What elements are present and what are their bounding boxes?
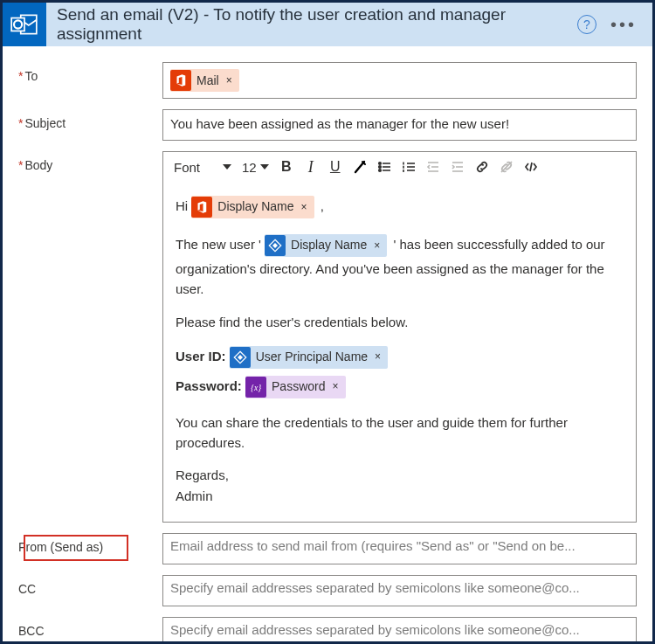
azure-ad-icon [265,235,286,256]
card-title: Send an email (V2) - To notify the user … [46,5,577,44]
user-id-label: User ID: [176,349,226,364]
chevron-down-icon [260,164,269,170]
token-remove-icon[interactable]: × [224,74,234,87]
token-upn[interactable]: User Principal Name × [230,346,388,369]
outlook-icon [3,3,46,46]
bullets-button[interactable] [373,156,396,178]
svg-line-22 [530,163,532,171]
label-body: *Body [18,151,162,172]
editor-toolbar: Font 12 B I U [163,152,636,182]
office-icon [170,70,191,91]
label-from: From (Send as) [18,533,162,554]
from-field[interactable]: Email address to send mail from (require… [162,533,637,564]
label-subject: *Subject [18,109,162,130]
outdent-button[interactable] [422,156,445,178]
font-size-select[interactable]: 12 [237,156,274,178]
label-to: *To [18,62,162,83]
underline-button[interactable]: U [324,156,347,178]
help-icon[interactable]: ? [577,15,596,34]
password-label: Password: [176,378,242,393]
link-button[interactable] [471,156,493,178]
to-field[interactable]: Mail × [162,62,637,99]
svg-point-5 [378,166,381,169]
token-display-name-o365[interactable]: Display Name × [191,196,314,218]
token-remove-icon[interactable]: × [372,238,382,254]
font-family-select[interactable]: Font [169,156,237,178]
indent-button[interactable] [446,156,469,178]
card-header[interactable]: Send an email (V2) - To notify the user … [3,3,652,46]
numbering-button[interactable] [397,156,420,178]
svg-point-3 [378,163,381,165]
azure-ad-icon [230,347,251,368]
svg-text:{x}: {x} [251,383,261,392]
token-remove-icon[interactable]: × [373,349,383,365]
variable-icon: {x} [245,377,266,398]
body-editor: Font 12 B I U [162,151,637,523]
token-remove-icon[interactable]: × [331,378,341,395]
chevron-down-icon [223,164,231,170]
token-mail[interactable]: Mail × [170,69,239,92]
body-content[interactable]: Hi Display Name × , The new user ' [163,182,636,522]
token-display-name-aad[interactable]: Display Name × [265,234,387,257]
unlink-button[interactable] [495,156,518,178]
code-view-button[interactable] [520,156,542,178]
more-icon[interactable]: ••• [602,15,652,35]
bcc-field[interactable]: Specify email addresses separated by sem… [162,617,637,644]
label-cc: CC [18,575,162,596]
bold-button[interactable]: B [275,156,298,178]
subject-field[interactable]: You have been assigned as the manager fo… [162,109,637,141]
cc-field[interactable]: Specify email addresses separated by sem… [162,575,637,606]
svg-point-7 [378,170,381,172]
italic-button[interactable]: I [300,156,322,178]
token-password[interactable]: {x} Password × [245,376,345,398]
label-bcc: BCC [18,617,162,638]
action-card: Send an email (V2) - To notify the user … [0,0,655,644]
office-icon [191,197,212,218]
font-color-button[interactable] [348,156,371,178]
token-remove-icon[interactable]: × [299,199,308,216]
